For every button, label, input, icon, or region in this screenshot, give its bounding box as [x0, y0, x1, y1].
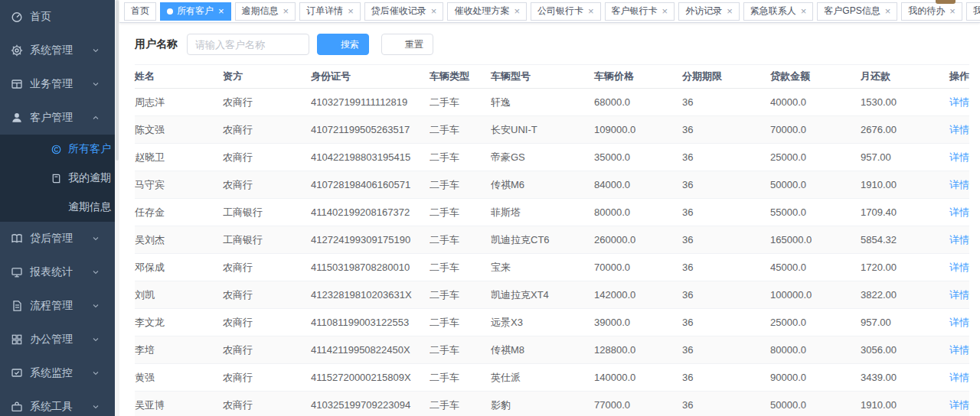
- tab-9[interactable]: 紧急联系人×: [743, 2, 814, 21]
- search-icon: [327, 40, 337, 50]
- close-icon[interactable]: ×: [662, 6, 668, 16]
- tab-label: 逾期信息: [242, 5, 279, 18]
- sidebar-item-0[interactable]: 首页: [0, 0, 115, 34]
- tab-4[interactable]: 贷后催收记录×: [364, 2, 444, 21]
- tab-label: 公司银行卡: [537, 5, 583, 18]
- detail-link[interactable]: 详情: [949, 262, 969, 273]
- sidebar-subitem-3-1[interactable]: 我的逾期: [0, 164, 115, 193]
- table-row: 刘凯农商行41232819810203631X二手车凯迪拉克XT4142000.…: [135, 281, 969, 309]
- chevron-down-icon: [91, 301, 100, 310]
- detail-link[interactable]: 详情: [949, 151, 969, 163]
- close-icon[interactable]: ×: [885, 6, 891, 16]
- close-icon[interactable]: ×: [218, 6, 224, 16]
- table-cell: 411503198708280010: [311, 254, 430, 281]
- sidebar-subitem-3-0[interactable]: 所有客户: [0, 135, 115, 164]
- tab-label: 贷后催收记录: [371, 5, 426, 18]
- tab-7[interactable]: 客户银行卡×: [605, 2, 675, 21]
- table-cell: 吴刘杰: [135, 226, 223, 254]
- table-header-row: 姓名资方身份证号车辆类型车辆型号车辆价格分期期限贷款金额月还款操作: [135, 65, 969, 89]
- tab-11[interactable]: 我的待办×: [901, 2, 962, 21]
- sidebar-item-3[interactable]: 客户管理: [0, 101, 115, 135]
- table-cell: 农商行: [223, 116, 311, 144]
- sidebar-item-label: 办公管理: [30, 333, 91, 346]
- tab-5[interactable]: 催收处理方案×: [447, 2, 527, 21]
- table-cell: 410721199505263517: [311, 116, 430, 144]
- close-icon[interactable]: ×: [588, 6, 594, 16]
- tab-3[interactable]: 订单详情×: [299, 2, 361, 21]
- table-cell: 二手车: [430, 309, 491, 336]
- avatar[interactable]: [936, 0, 956, 4]
- sidebar-item-8[interactable]: 系统监控: [0, 356, 115, 390]
- detail-link[interactable]: 详情: [949, 289, 969, 301]
- tab-0[interactable]: 首页: [124, 2, 156, 21]
- sidebar-item-2[interactable]: 业务管理: [0, 67, 115, 101]
- table-row: 黄强农商行41152720000215809X二手车英仕派140000.0369…: [135, 364, 969, 392]
- tab-label: 订单详情: [306, 5, 343, 18]
- close-icon[interactable]: ×: [348, 6, 354, 16]
- column-header-2: 身份证号: [311, 65, 430, 89]
- table-cell: 109000.0: [594, 116, 682, 144]
- tab-12[interactable]: 我的流程×: [966, 2, 980, 21]
- table-cell: 传祺M8: [491, 336, 594, 364]
- table-cell: 50000.0: [770, 392, 861, 416]
- sidebar-item-4[interactable]: 贷后管理: [0, 222, 115, 255]
- close-icon[interactable]: ×: [801, 6, 807, 16]
- detail-link[interactable]: 详情: [949, 317, 969, 328]
- sidebar-item-7[interactable]: 办公管理: [0, 323, 115, 356]
- table-cell: 马守宾: [135, 171, 223, 199]
- dashboard-icon: [11, 11, 23, 23]
- close-icon[interactable]: ×: [431, 6, 437, 16]
- table-cell: 80000.0: [594, 199, 682, 226]
- close-icon[interactable]: ×: [514, 6, 520, 16]
- sidebar-item-6[interactable]: 流程管理: [0, 289, 115, 323]
- tab-label: 我的流程: [973, 5, 980, 18]
- detail-link[interactable]: 详情: [949, 96, 969, 108]
- app-root: 首页系统管理业务管理客户管理所有客户我的逾期逾期信息贷后管理报表统计流程管理办公…: [0, 0, 980, 416]
- close-icon[interactable]: ×: [283, 6, 289, 16]
- table-cell: 410728198406160571: [311, 171, 430, 199]
- tab-6[interactable]: 公司银行卡×: [531, 2, 601, 21]
- table-cell: 农商行: [223, 281, 311, 309]
- table-cell: 5854.32: [861, 226, 945, 254]
- tab-8[interactable]: 外访记录×: [678, 2, 740, 21]
- close-icon[interactable]: ×: [949, 6, 956, 16]
- detail-link[interactable]: 详情: [949, 179, 969, 190]
- detail-link[interactable]: 详情: [949, 124, 969, 135]
- table-cell: 轩逸: [491, 89, 594, 116]
- detail-link[interactable]: 详情: [949, 399, 969, 411]
- table-cell: 41142119950822450X: [311, 336, 430, 364]
- table-cell: 李文龙: [135, 309, 223, 336]
- sidebar-scrollbar-thumb[interactable]: [116, 0, 119, 161]
- chevron-down-icon: [91, 335, 100, 344]
- sidebar-item-1[interactable]: 系统管理: [0, 34, 115, 67]
- sidebar-subitem-3-2[interactable]: 逾期信息: [0, 193, 115, 222]
- column-header-3: 车辆类型: [430, 65, 491, 89]
- sidebar-item-5[interactable]: 报表统计: [0, 255, 115, 289]
- table-cell: 农商行: [223, 171, 311, 199]
- tab-1[interactable]: 所有客户×: [160, 2, 231, 21]
- detail-link[interactable]: 详情: [949, 206, 969, 218]
- table-cell: 25000.0: [770, 309, 861, 336]
- table-cell: 影豹: [491, 392, 594, 416]
- detail-link[interactable]: 详情: [949, 344, 969, 356]
- table-cell: 3056.00: [861, 336, 945, 364]
- close-icon[interactable]: ×: [727, 6, 733, 16]
- sidebar-subitem-label: 所有客户: [68, 142, 111, 156]
- search-button[interactable]: 搜索: [317, 34, 369, 55]
- detail-link[interactable]: 详情: [949, 372, 969, 383]
- column-header-8: 月还款: [861, 65, 945, 89]
- table-cell: 二手车: [430, 144, 491, 171]
- flow-icon: [11, 300, 23, 312]
- table-cell: 80000.0: [770, 336, 861, 364]
- customer-name-input[interactable]: [187, 34, 309, 55]
- reset-button[interactable]: 重置: [381, 34, 433, 55]
- table-cell: 142000.0: [594, 281, 682, 309]
- tab-label: 紧急联系人: [750, 5, 796, 18]
- sidebar-item-label: 客户管理: [30, 111, 91, 125]
- table-cell: 农商行: [223, 392, 311, 416]
- tab-10[interactable]: 客户GPS信息×: [817, 2, 897, 21]
- tab-2[interactable]: 逾期信息×: [235, 2, 296, 21]
- sidebar-item-9[interactable]: 系统工具: [0, 390, 115, 416]
- sidebar-item-label: 业务管理: [30, 77, 91, 91]
- detail-link[interactable]: 详情: [949, 234, 969, 245]
